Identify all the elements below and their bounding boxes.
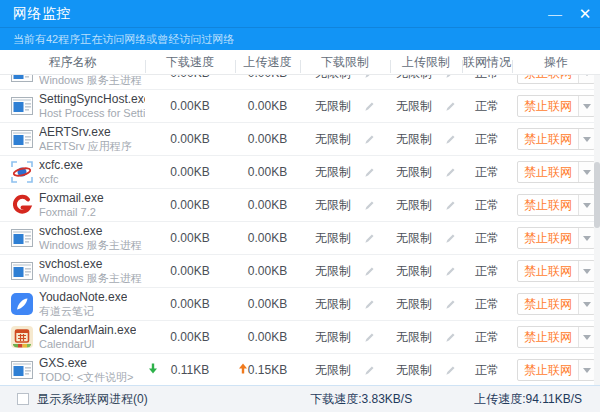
forbid-network-dropdown[interactable]: [578, 228, 594, 248]
forbid-network-button[interactable]: 禁止联网: [518, 96, 578, 116]
edit-upload-limit-icon[interactable]: [445, 332, 456, 343]
edit-upload-limit-icon[interactable]: [445, 134, 456, 145]
column-header-upload-speed: 上传速度: [235, 54, 300, 71]
forbid-network-button[interactable]: 禁止联网: [518, 228, 578, 248]
upload-limit-value: 无限制: [396, 230, 432, 247]
edit-upload-limit-icon[interactable]: [445, 299, 456, 310]
chevron-down-icon: [583, 269, 591, 274]
title-bar: 网络监控 — ✕: [0, 0, 600, 27]
edit-upload-limit-icon[interactable]: [445, 365, 456, 376]
program-description: 有道云笔记: [39, 305, 127, 318]
edit-download-limit-icon[interactable]: [364, 233, 375, 244]
forbid-network-button[interactable]: 禁止联网: [518, 162, 578, 182]
forbid-network-split-button: 禁止联网: [517, 194, 595, 216]
windows-service-icon: [10, 75, 34, 85]
edit-upload-limit-icon[interactable]: [445, 101, 456, 112]
forbid-network-button[interactable]: 禁止联网: [518, 195, 578, 215]
forbid-network-dropdown[interactable]: [578, 129, 594, 149]
windows-service-icon: [10, 259, 34, 283]
download-limit-value: 无限制: [315, 296, 351, 313]
upload-limit-value: 无限制: [396, 131, 432, 148]
status-banner-text: 当前有42程序正在访问网络或曾经访问过网络: [13, 32, 234, 47]
show-system-processes-checkbox[interactable]: [17, 393, 29, 405]
edit-download-limit-icon[interactable]: [364, 167, 375, 178]
download-speed-value: 0.00KB: [170, 264, 209, 278]
edit-download-limit-icon[interactable]: [364, 200, 375, 211]
download-speed-value: 0.00KB: [170, 165, 209, 179]
column-header-download-speed: 下载速度: [145, 54, 235, 71]
forbid-network-button[interactable]: 禁止联网: [518, 75, 578, 83]
forbid-network-dropdown[interactable]: [578, 162, 594, 182]
forbid-network-button[interactable]: 禁止联网: [518, 360, 578, 380]
program-description: CalendarUI: [39, 338, 136, 351]
upload-speed-value: 0.00KB: [248, 99, 287, 113]
upload-limit-value: 无限制: [396, 263, 432, 280]
edit-download-limit-icon[interactable]: [364, 134, 375, 145]
program-description: xcfc: [39, 173, 83, 186]
forbid-network-split-button: 禁止联网: [517, 128, 595, 150]
forbid-network-dropdown[interactable]: [578, 96, 594, 116]
forbid-network-button[interactable]: 禁止联网: [518, 294, 578, 314]
download-arrow-icon: [148, 363, 158, 378]
global-speeds: 下载速度:3.83KB/S 上传速度:94.11KB/S: [310, 391, 588, 408]
footer-bar: 显示系统联网进程(0) 下载速度:3.83KB/S 上传速度:94.11KB/S: [0, 385, 600, 412]
net-status-value: 正常: [475, 98, 499, 115]
upload-limit-value: 无限制: [396, 98, 432, 115]
edit-download-limit-icon[interactable]: [364, 101, 375, 112]
program-description: Windows 服务主进程: [39, 272, 142, 285]
program-name: Foxmail.exe: [39, 192, 104, 206]
chevron-down-icon: [583, 236, 591, 241]
upload-speed-value: 0.15KB: [248, 363, 287, 377]
chevron-down-icon: [583, 302, 591, 307]
network-monitor-window: 网络监控 — ✕ 当前有42程序正在访问网络或曾经访问过网络 程序名称 下载速度…: [0, 0, 600, 412]
table-row: AERTSrv.exe AERTSrv 应用程序 0.00KB 0.00KB 无…: [0, 123, 600, 156]
calendar-icon: [10, 325, 34, 349]
table-row: SettingSyncHost.exe Host Process for Set…: [0, 90, 600, 123]
program-name: YoudaoNote.exe: [39, 291, 127, 305]
forbid-network-dropdown[interactable]: [578, 327, 594, 347]
chevron-down-icon: [583, 335, 591, 340]
edit-download-limit-icon[interactable]: [364, 75, 375, 79]
edit-upload-limit-icon[interactable]: [445, 167, 456, 178]
download-limit-value: 无限制: [315, 98, 351, 115]
forbid-network-dropdown[interactable]: [578, 261, 594, 281]
global-upload-speed: 上传速度:94.11KB/S: [474, 391, 582, 408]
upload-speed-value: 0.00KB: [248, 75, 287, 80]
forbid-network-dropdown[interactable]: [578, 195, 594, 215]
windows-service-icon: [10, 358, 34, 382]
column-header-upload-limit: 上传限制: [390, 54, 462, 71]
program-description: TODO: <文件说明>: [39, 371, 134, 384]
forbid-network-dropdown[interactable]: [578, 360, 594, 380]
forbid-network-button[interactable]: 禁止联网: [518, 261, 578, 281]
forbid-network-dropdown[interactable]: [578, 294, 594, 314]
forbid-network-split-button: 禁止联网: [517, 227, 595, 249]
edit-download-limit-icon[interactable]: [364, 365, 375, 376]
edit-download-limit-icon[interactable]: [364, 266, 375, 277]
forbid-network-button[interactable]: 禁止联网: [518, 327, 578, 347]
table-row: Foxmail.exe Foxmail 7.2 0.00KB 0.00KB 无限…: [0, 189, 600, 222]
scrollbar-thumb[interactable]: [594, 162, 600, 228]
forbid-network-dropdown[interactable]: [578, 75, 594, 83]
download-limit-value: 无限制: [315, 230, 351, 247]
upload-limit-value: 无限制: [396, 197, 432, 214]
table-body: svchost.exe Windows 服务主进程 0.00KB 0.00KB …: [0, 75, 600, 385]
vertical-scrollbar[interactable]: [594, 75, 600, 385]
close-button[interactable]: ✕: [570, 0, 600, 27]
program-name: svchost.exe: [39, 258, 142, 272]
edit-upload-limit-icon[interactable]: [445, 200, 456, 211]
edit-download-limit-icon[interactable]: [364, 332, 375, 343]
download-speed-value: 0.00KB: [170, 198, 209, 212]
forbid-network-split-button: 禁止联网: [517, 326, 595, 348]
edit-download-limit-icon[interactable]: [364, 299, 375, 310]
foxmail-icon: [10, 193, 34, 217]
youdao-note-icon: [10, 292, 34, 316]
minimize-button[interactable]: —: [540, 0, 570, 27]
edit-upload-limit-icon[interactable]: [445, 266, 456, 277]
edit-upload-limit-icon[interactable]: [445, 233, 456, 244]
program-name: GXS.exe: [39, 357, 134, 371]
download-speed-value: 0.00KB: [170, 297, 209, 311]
net-status-value: 正常: [475, 230, 499, 247]
edit-upload-limit-icon[interactable]: [445, 75, 456, 79]
forbid-network-button[interactable]: 禁止联网: [518, 129, 578, 149]
net-status-value: 正常: [475, 329, 499, 346]
